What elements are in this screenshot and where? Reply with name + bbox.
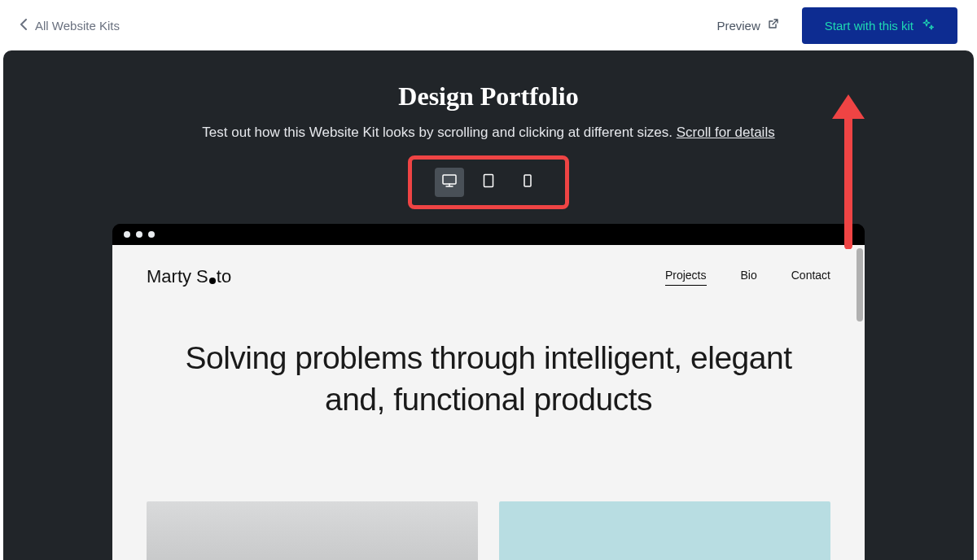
tablet-view-button[interactable]: [474, 168, 503, 197]
nav-projects[interactable]: Projects: [665, 269, 707, 286]
top-bar-actions: Preview Start with this kit: [716, 7, 957, 44]
desktop-icon: [441, 173, 458, 191]
window-dot: [124, 231, 130, 238]
svg-rect-0: [443, 175, 456, 184]
preview-button[interactable]: Preview: [716, 18, 778, 33]
window-dot: [136, 231, 142, 238]
site-hero-headline: Solving problems through intelligent, el…: [112, 297, 865, 444]
gallery-image-2[interactable]: [499, 501, 830, 560]
scroll-for-details-link[interactable]: Scroll for details: [677, 125, 775, 140]
back-to-kits-link[interactable]: All Website Kits: [20, 19, 120, 33]
top-bar: All Website Kits Preview Start with this…: [0, 0, 977, 50]
desktop-view-button[interactable]: [435, 168, 464, 197]
kit-subtitle: Test out how this Website Kit looks by s…: [3, 125, 974, 141]
svg-rect-1: [484, 175, 493, 187]
back-link-label: All Website Kits: [35, 19, 120, 33]
site-logo[interactable]: Marty S to: [147, 266, 231, 287]
kit-preview-area: Design Portfolio Test out how this Websi…: [3, 50, 974, 560]
logo-text-part2: to: [217, 266, 231, 287]
gallery-image-1[interactable]: [147, 501, 478, 560]
site-nav: Projects Bio Contact: [665, 269, 830, 286]
logo-text-part1: Marty S: [147, 266, 208, 287]
chevron-left-icon: [20, 19, 27, 33]
start-with-kit-button[interactable]: Start with this kit: [802, 7, 957, 44]
nav-bio[interactable]: Bio: [741, 269, 757, 286]
site-gallery: [112, 444, 865, 560]
preview-window: Marty S to Projects Bio Contact Solving …: [112, 224, 865, 560]
mobile-icon: [524, 174, 532, 190]
site-preview-content[interactable]: Marty S to Projects Bio Contact Solving …: [112, 245, 865, 560]
sparkle-icon: [922, 18, 935, 33]
device-toggle-highlight-annotation: [408, 155, 569, 209]
preview-scrollbar[interactable]: [857, 248, 863, 322]
mobile-view-button[interactable]: [513, 168, 542, 197]
preview-label: Preview: [716, 19, 760, 33]
start-button-label: Start with this kit: [825, 19, 913, 33]
svg-rect-2: [524, 175, 531, 186]
device-toggle-container: [3, 155, 974, 209]
external-link-icon: [767, 18, 779, 33]
logo-dot-icon: [209, 278, 216, 284]
window-dot: [148, 231, 155, 238]
site-header: Marty S to Projects Bio Contact: [112, 245, 865, 297]
tablet-icon: [483, 173, 494, 191]
kit-subtitle-text: Test out how this Website Kit looks by s…: [202, 125, 676, 140]
kit-title: Design Portfolio: [3, 81, 974, 112]
window-chrome: [112, 224, 865, 245]
nav-contact[interactable]: Contact: [791, 269, 830, 286]
